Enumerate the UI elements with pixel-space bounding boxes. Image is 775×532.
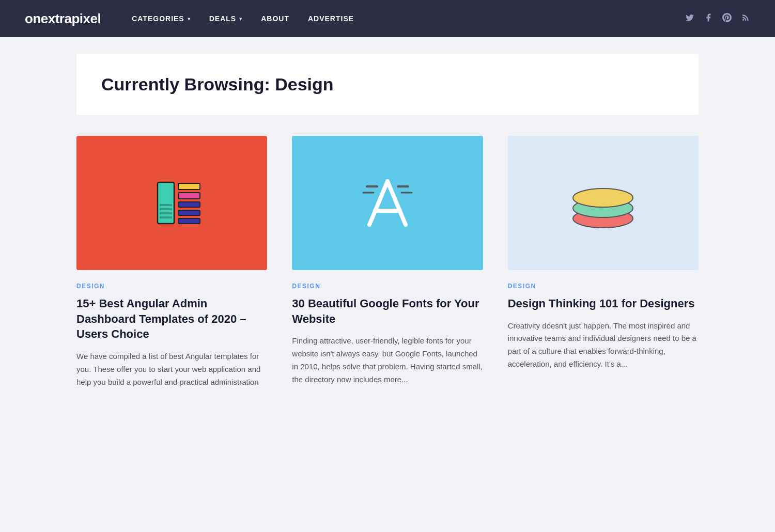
svg-rect-4 xyxy=(178,210,200,215)
svg-rect-7 xyxy=(160,208,172,210)
nav-advertise[interactable]: ADVERTISE xyxy=(308,14,354,23)
social-links xyxy=(685,13,750,25)
main-nav: onextrapixel CATEGORIES ▾ DEALS ▾ ABOUT … xyxy=(0,0,775,37)
article-card: DESIGN 15+ Best Angular Admin Dashboard … xyxy=(76,136,267,388)
article-title[interactable]: Design Thinking 101 for Designers xyxy=(508,296,699,311)
svg-rect-2 xyxy=(178,193,200,199)
article-card: DESIGN 30 Beautiful Google Fonts for You… xyxy=(292,136,483,388)
article-excerpt: Finding attractive, user-friendly, legib… xyxy=(292,335,483,386)
article-excerpt: Creativity doesn't just happen. The most… xyxy=(508,320,699,371)
browsing-header: Currently Browsing: Design xyxy=(76,54,699,115)
article-title[interactable]: 30 Beautiful Google Fonts for Your Websi… xyxy=(292,296,483,326)
article-title[interactable]: 15+ Best Angular Admin Dashboard Templat… xyxy=(76,296,267,342)
rss-icon[interactable] xyxy=(741,13,750,25)
article-excerpt: We have compiled a list of best Angular … xyxy=(76,350,267,388)
article-category: DESIGN xyxy=(508,283,699,290)
svg-rect-9 xyxy=(160,216,172,218)
page-wrapper: Currently Browsing: Design xyxy=(52,54,723,388)
nav-links: CATEGORIES ▾ DEALS ▾ ABOUT ADVERTISE xyxy=(132,14,685,23)
chevron-down-icon: ▾ xyxy=(239,16,242,22)
article-category: DESIGN xyxy=(292,283,483,290)
article-card: DESIGN Design Thinking 101 for Designers… xyxy=(508,136,699,388)
nav-deals[interactable]: DEALS ▾ xyxy=(209,14,242,23)
svg-rect-8 xyxy=(160,212,172,214)
site-logo[interactable]: onextrapixel xyxy=(25,11,101,27)
facebook-icon[interactable] xyxy=(704,13,713,25)
article-thumbnail[interactable] xyxy=(76,136,267,270)
article-thumbnail[interactable] xyxy=(292,136,483,270)
articles-grid: DESIGN 15+ Best Angular Admin Dashboard … xyxy=(76,136,699,388)
twitter-icon[interactable] xyxy=(685,13,694,25)
svg-point-16 xyxy=(573,189,633,207)
svg-rect-1 xyxy=(178,183,200,190)
nav-categories[interactable]: CATEGORIES ▾ xyxy=(132,14,191,23)
svg-rect-6 xyxy=(160,204,172,206)
pinterest-icon[interactable] xyxy=(722,13,732,25)
svg-rect-5 xyxy=(178,218,200,224)
browsing-title: Currently Browsing: Design xyxy=(101,74,674,95)
nav-about[interactable]: ABOUT xyxy=(261,14,289,23)
article-category: DESIGN xyxy=(76,283,267,290)
svg-rect-3 xyxy=(178,202,200,207)
chevron-down-icon: ▾ xyxy=(188,16,191,22)
article-thumbnail[interactable] xyxy=(508,136,699,270)
